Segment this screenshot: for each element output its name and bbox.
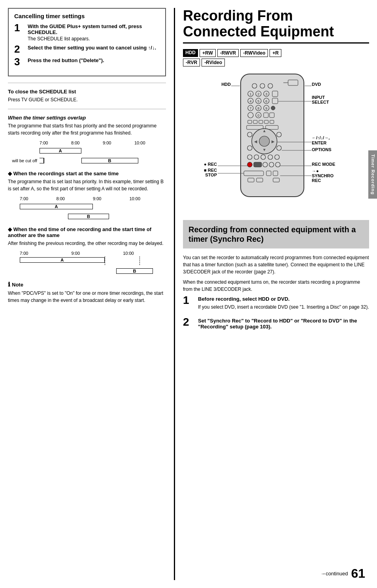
synchro-title: Recording from connected equipment with … <box>188 225 364 244</box>
synchro-box: Recording from connected equipment with … <box>183 220 369 248</box>
svg-text:REC MODE: REC MODE <box>312 162 335 167</box>
note-title: ℹ Note <box>8 281 166 288</box>
left-column: Cancelling timer settings 1 With the GUI… <box>8 8 174 580</box>
badge-rwvr: -RWVR <box>217 49 239 57</box>
remote-diagram: 1 2 3 4 5 6 7 8 <box>183 72 369 214</box>
synchro-text-1: You can set the recorder to automaticall… <box>183 254 369 275</box>
step-1: 1 With the GUIDE Plus+ system turned off… <box>14 23 160 42</box>
same-time-text: The programme that is set last has prior… <box>8 178 166 192</box>
divider-1 <box>8 83 166 83</box>
tl1-bar-b: B <box>81 158 138 163</box>
step-3-text: Press the red button ("Delete"). <box>28 57 104 63</box>
right-step-2: 2 Set "Synchro Rec" to "Record to HDD" o… <box>183 318 369 330</box>
svg-text:SYNCHRO: SYNCHRO <box>312 173 334 178</box>
badge-hdd: HDD <box>183 49 198 57</box>
svg-text:DVD: DVD <box>312 82 321 87</box>
overlap-text: The programme that starts first has prio… <box>8 122 166 137</box>
svg-text:2: 2 <box>257 92 259 96</box>
media-badges-2: -RVR -RVideo <box>183 59 369 66</box>
tl2-bar-b: B <box>68 214 109 219</box>
svg-text:▼: ▼ <box>262 148 266 152</box>
end-start-text: After finishing the previous recording, … <box>8 240 166 247</box>
overlap-title: When the timer settings overlap <box>8 115 166 121</box>
svg-text:◀: ◀ <box>254 139 257 144</box>
right-step-2-text: Set "Synchro Rec" to "Record to HDD" or … <box>198 318 357 330</box>
svg-text:6: 6 <box>265 99 267 103</box>
tl3-bar-a: A <box>20 257 105 263</box>
tl3-label-2: 10:00 <box>123 251 166 256</box>
svg-text:9: 9 <box>265 106 267 110</box>
divider-2 <box>8 109 166 109</box>
step-3: 3 Press the red button ("Delete"). <box>14 57 160 67</box>
page-footer: →continued 61 <box>320 566 365 581</box>
svg-text:0: 0 <box>257 114 259 118</box>
right-title: Recording From Connected Equipment <box>183 8 369 44</box>
right-step-1-content: Before recording, select HDD or DVD. If … <box>198 296 369 314</box>
step-2: 2 Select the timer setting you want to c… <box>14 45 160 54</box>
step-1-text: With the GUIDE Plus+ system turned off, … <box>28 23 142 35</box>
remote-svg: 1 2 3 4 5 6 7 8 <box>185 72 367 214</box>
page-number: 61 <box>351 566 365 581</box>
svg-text:7: 7 <box>249 106 251 110</box>
right-step-1-text: Before recording, select HDD or DVD. <box>198 296 290 302</box>
tl1-label-3: 10:00 <box>134 140 166 145</box>
tl1-label-0: 7:00 <box>40 140 71 145</box>
step-num-1: 1 <box>14 23 25 33</box>
svg-text:SELECT: SELECT <box>312 100 329 104</box>
tl2-bar-a: A <box>20 204 93 209</box>
step-num-3: 3 <box>14 57 25 67</box>
close-schedule-title: To close the SCHEDULE list <box>8 89 166 95</box>
step-num-2: 2 <box>14 44 25 54</box>
svg-point-65 <box>247 162 252 167</box>
tl2-label-1: 8:00 <box>57 196 93 201</box>
tl1-label-2: 9:00 <box>103 140 134 145</box>
tl2-label-3: 10:00 <box>130 196 166 201</box>
tl3-label-1: 9:00 <box>72 251 123 256</box>
tl3-dashed-2 <box>139 256 140 265</box>
svg-text:8: 8 <box>257 106 259 110</box>
badge-rvr: -RVR <box>183 59 200 66</box>
timeline-2: 7:00 8:00 9:00 10:00 A B <box>8 196 166 221</box>
svg-text:←/↑/↓/→,: ←/↑/↓/→, <box>312 135 330 140</box>
side-tab: Timer Recording <box>368 150 377 199</box>
badge-rw: +RW <box>200 49 216 57</box>
right-step-1: 1 Before recording, select HDD or DVD. I… <box>183 296 369 314</box>
svg-text:4: 4 <box>249 99 251 103</box>
continued-text: →continued <box>320 571 348 577</box>
step-1-content: With the GUIDE Plus+ system turned off, … <box>28 23 160 42</box>
svg-text:▶: ▶ <box>271 139 275 144</box>
svg-text:1: 1 <box>249 92 251 96</box>
svg-text:ENTER: ENTER <box>312 140 326 145</box>
badge-r: +R <box>270 49 281 57</box>
svg-text:→●: →● <box>312 169 319 173</box>
note-text: When "PDC/VPS" is set to "On" for one or… <box>8 290 166 304</box>
same-time-title: When the recordings start at the same ti… <box>8 171 166 176</box>
step-2-content: Select the timer setting you want to can… <box>28 45 160 51</box>
tl3-dashed-1 <box>105 256 105 265</box>
tl1-bar-a: A <box>40 148 81 154</box>
svg-text:REC: REC <box>312 178 321 183</box>
right-step-num-1: 1 <box>183 295 195 306</box>
svg-point-40 <box>259 136 270 146</box>
svg-text:STOP: STOP <box>205 173 217 177</box>
svg-text:▲: ▲ <box>262 129 266 133</box>
svg-text:5: 5 <box>257 99 259 103</box>
tl1-cut-indicator <box>40 158 44 163</box>
cancel-box: Cancelling timer settings 1 With the GUI… <box>8 8 166 76</box>
right-step-1-sub: If you select DVD, insert a recordable D… <box>198 303 369 311</box>
note-section: ℹ Note When "PDC/VPS" is set to "On" for… <box>8 281 166 304</box>
tl1-label-1: 8:00 <box>71 140 103 145</box>
tl1-cutoff-label: will be cut off <box>8 158 40 163</box>
right-step-num-2: 2 <box>183 317 195 328</box>
end-start-title: When the end time of one recording and t… <box>8 226 166 238</box>
tl3-label-0: 7:00 <box>20 251 72 256</box>
close-schedule-text: Press TV GUIDE or SCHEDULE. <box>8 96 166 103</box>
svg-text:OPTIONS: OPTIONS <box>312 147 332 152</box>
svg-text:■ REC: ■ REC <box>204 168 217 173</box>
tl2-label-0: 7:00 <box>20 196 57 201</box>
right-column: Recording From Connected Equipment HDD +… <box>174 8 369 580</box>
badge-rvideo: -RVideo <box>202 59 225 66</box>
right-step-2-content: Set "Synchro Rec" to "Record to HDD" or … <box>198 318 369 330</box>
svg-text:HDD: HDD <box>221 82 231 87</box>
timeline-1: 7:00 8:00 9:00 10:00 A will be cut off B <box>8 140 166 165</box>
